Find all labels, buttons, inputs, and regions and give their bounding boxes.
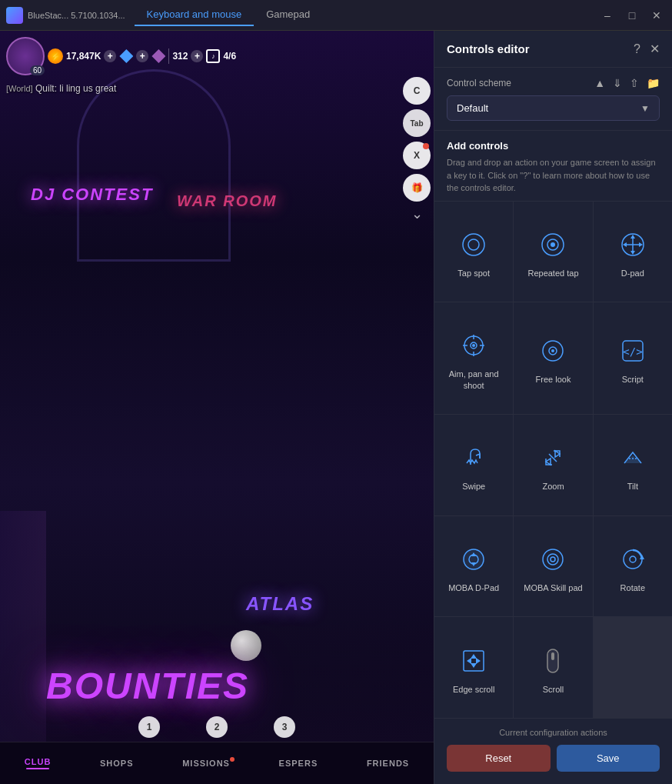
rotate-icon xyxy=(616,542,650,576)
svg-marker-10 xyxy=(623,242,627,247)
controls-editor-panel: Controls editor ? ✕ Control scheme ▲ ⇓ ⇧… xyxy=(434,31,672,784)
control-swipe[interactable]: Swipe xyxy=(434,415,513,515)
edge-scroll-icon xyxy=(457,644,491,678)
svg-point-30 xyxy=(547,554,558,565)
control-moba-skill[interactable]: MOBA Skill pad xyxy=(514,516,592,617)
dropdown-arrow-icon: ▼ xyxy=(640,103,650,114)
control-repeated-tap[interactable]: Repeated tap xyxy=(514,202,592,302)
moba-skill-label: MOBA Skill pad xyxy=(524,582,582,593)
close-button[interactable]: ✕ xyxy=(647,6,666,25)
control-aim-pan-shoot[interactable]: Aim, pan and shoot xyxy=(434,302,513,414)
moba-dpad-label: MOBA D-Pad xyxy=(448,582,499,593)
svg-point-18 xyxy=(472,344,475,347)
save-button[interactable]: Save xyxy=(557,745,660,772)
control-rotate[interactable]: Rotate xyxy=(594,516,672,617)
control-tap-spot[interactable]: Tap spot xyxy=(434,202,513,302)
tap-spot-label: Tap spot xyxy=(457,268,490,279)
svg-marker-11 xyxy=(639,242,643,247)
script-icon: </> xyxy=(616,334,650,368)
controls-grid: Tap spot Repeated tap xyxy=(434,202,672,719)
scroll-icon xyxy=(536,644,570,678)
dpad-icon xyxy=(616,228,650,262)
minimize-button[interactable]: – xyxy=(598,6,617,25)
add-controls-description: Drag and drop an action on your game scr… xyxy=(447,156,660,195)
main-content: 60 ⚡ 17,847K + + 312 + ♪ 4/6 [ xyxy=(0,31,672,784)
share-icon[interactable]: ⇧ xyxy=(630,77,639,89)
script-label: Script xyxy=(622,374,644,385)
scheme-dropdown[interactable]: Default ▼ xyxy=(447,95,660,121)
zoom-icon xyxy=(536,441,570,475)
panel-bottom: Current configuration actions Reset Save xyxy=(434,718,672,784)
app-name: BlueStac... 5.7100.1034... xyxy=(28,11,125,20)
moba-dpad-icon xyxy=(457,542,491,576)
svg-marker-36 xyxy=(471,654,477,659)
rotate-label: Rotate xyxy=(620,582,645,593)
window-controls: – □ ✕ xyxy=(598,6,666,25)
svg-rect-41 xyxy=(551,652,554,660)
scheme-selected: Default xyxy=(457,102,488,114)
panel-title: Controls editor xyxy=(447,42,530,55)
add-controls-title: Add controls xyxy=(447,140,660,152)
control-script[interactable]: </> Script xyxy=(594,302,672,414)
upload-cloud-icon[interactable]: ▲ xyxy=(594,77,605,89)
scene-floor xyxy=(0,603,434,742)
control-free-look[interactable]: Free look xyxy=(514,302,592,414)
control-dpad[interactable]: D-pad xyxy=(594,202,672,302)
close-panel-icon[interactable]: ✕ xyxy=(650,42,660,56)
maximize-button[interactable]: □ xyxy=(623,6,641,25)
scheme-label-row: Control scheme ▲ ⇓ ⇧ 📁 xyxy=(447,77,660,89)
control-scroll[interactable]: Scroll xyxy=(514,617,592,718)
tilt-icon xyxy=(616,441,650,475)
repeated-tap-label: Repeated tap xyxy=(527,268,578,279)
svg-point-33 xyxy=(630,556,636,562)
svg-point-31 xyxy=(551,557,555,562)
edge-scroll-label: Edge scroll xyxy=(453,684,494,695)
download-icon[interactable]: ⇓ xyxy=(613,77,622,89)
svg-point-4 xyxy=(551,242,555,247)
scheme-actions: ▲ ⇓ ⇧ 📁 xyxy=(594,77,660,89)
svg-marker-37 xyxy=(471,663,477,668)
free-look-label: Free look xyxy=(536,374,571,385)
svg-point-25 xyxy=(464,549,484,569)
aim-pan-shoot-icon xyxy=(457,329,491,362)
repeated-tap-icon xyxy=(536,228,570,262)
title-bar: BlueStac... 5.7100.1034... Keyboard and … xyxy=(0,0,672,31)
tab-bar: Keyboard and mouse Gamepad xyxy=(135,4,592,26)
action-buttons: Reset Save xyxy=(447,745,660,772)
svg-marker-9 xyxy=(630,251,635,255)
add-controls-section: Add controls Drag and drop an action on … xyxy=(434,131,672,202)
aim-pan-shoot-label: Aim, pan and shoot xyxy=(441,369,507,391)
free-look-icon xyxy=(536,334,570,368)
svg-point-1 xyxy=(468,239,479,250)
control-moba-dpad[interactable]: MOBA D-Pad xyxy=(434,516,513,617)
control-zoom[interactable]: Zoom xyxy=(514,415,592,515)
swipe-label: Swipe xyxy=(462,481,485,492)
panel-header-actions: ? ✕ xyxy=(634,42,660,56)
game-viewport: 60 ⚡ 17,847K + + 312 + ♪ 4/6 [ xyxy=(0,31,434,784)
help-icon[interactable]: ? xyxy=(634,42,640,56)
svg-marker-39 xyxy=(476,658,481,664)
svg-point-0 xyxy=(463,234,484,255)
tab-keyboard-mouse[interactable]: Keyboard and mouse xyxy=(135,4,254,26)
svg-point-21 xyxy=(551,349,554,352)
folder-icon[interactable]: 📁 xyxy=(647,77,660,89)
svg-text:</>: </> xyxy=(623,345,642,358)
moba-skill-icon xyxy=(536,542,570,576)
svg-marker-38 xyxy=(467,658,471,664)
control-tilt[interactable]: Tilt xyxy=(594,415,672,515)
scene-arch xyxy=(77,69,231,262)
scheme-label-text: Control scheme xyxy=(447,78,511,88)
reset-button[interactable]: Reset xyxy=(447,745,551,772)
scheme-section: Control scheme ▲ ⇓ ⇧ 📁 Default ▼ xyxy=(434,68,672,131)
globe-object xyxy=(231,630,261,661)
scroll-label: Scroll xyxy=(543,684,564,695)
app-icon xyxy=(6,7,23,24)
tap-spot-icon xyxy=(457,228,491,262)
dpad-label: D-pad xyxy=(621,268,644,279)
panel-header: Controls editor ? ✕ xyxy=(434,31,672,68)
svg-marker-8 xyxy=(630,235,635,239)
swipe-icon xyxy=(457,441,491,475)
tab-gamepad[interactable]: Gamepad xyxy=(254,4,322,26)
svg-point-29 xyxy=(543,549,563,569)
control-edge-scroll[interactable]: Edge scroll xyxy=(434,617,513,718)
